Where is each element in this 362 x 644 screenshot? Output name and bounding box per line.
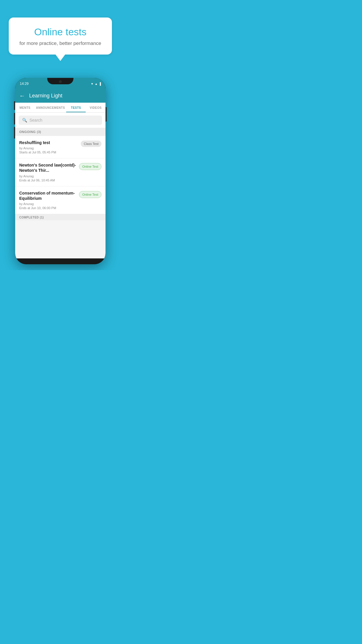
phone-device: 14:29 ▼ ▲ ▐ ← Learning Light MENTS xyxy=(15,78,106,264)
ongoing-section-header: ONGOING (3) xyxy=(15,128,106,136)
tab-ments[interactable]: MENTS xyxy=(15,103,35,112)
back-button[interactable]: ← xyxy=(19,92,25,99)
search-bar[interactable]: 🔍 Search xyxy=(19,116,102,125)
completed-section-header: COMPLETED (1) xyxy=(15,214,106,220)
bubble-subtitle: for more practice, better performance xyxy=(17,41,103,46)
status-icons: ▼ ▲ ▐ xyxy=(91,82,101,85)
test-item[interactable]: Reshuffling test by Anurag Starts at Jul… xyxy=(15,136,106,158)
test-time-1: Starts at Jul 05, 05:45 PM xyxy=(19,150,78,154)
notch xyxy=(47,78,73,84)
tab-tests[interactable]: TESTS xyxy=(66,103,86,112)
speech-bubble: Online tests for more practice, better p… xyxy=(9,18,112,55)
test-badge-1: Class Test xyxy=(81,141,101,147)
app-header-title: Learning Light xyxy=(29,93,62,99)
test-badge-3: Online Test xyxy=(79,191,101,198)
phone-outer: 14:29 ▼ ▲ ▐ ← Learning Light MENTS xyxy=(15,78,106,264)
status-time: 14:29 xyxy=(20,82,29,86)
battery-icon: ▐ xyxy=(99,82,101,85)
test-title-3: Conservation of momentum-Equilibrium xyxy=(19,190,76,201)
test-info-1: Reshuffling test by Anurag Starts at Jul… xyxy=(19,140,78,154)
tab-videos[interactable]: VIDEOS xyxy=(86,103,106,112)
test-item-2[interactable]: Newton's Second law(contd)-Newton's Thir… xyxy=(15,158,106,186)
test-by-3: by Anurag xyxy=(19,202,76,206)
test-time-2: Ends at Jul 06, 10:45 AM xyxy=(19,178,76,182)
promo-section: Online tests for more practice, better p… xyxy=(0,0,121,66)
test-title-1: Reshuffling test xyxy=(19,140,78,145)
search-wrapper: 🔍 Search xyxy=(15,113,106,128)
test-time-3: Ends at Jun 10, 06:00 PM xyxy=(19,206,76,210)
test-badge-2: Online Test xyxy=(79,163,101,170)
signal-icon: ▲ xyxy=(95,82,98,85)
phone-wrapper: 14:29 ▼ ▲ ▐ ← Learning Light MENTS xyxy=(0,78,121,270)
test-by-2: by Anurag xyxy=(19,174,76,178)
test-info-2: Newton's Second law(contd)-Newton's Thir… xyxy=(19,162,76,182)
status-bar: 14:29 ▼ ▲ ▐ xyxy=(15,78,106,90)
wifi-icon: ▼ xyxy=(91,82,94,85)
phone-content: 🔍 Search ONGOING (3) Reshuffling test by… xyxy=(15,113,106,258)
tabs-bar: MENTS ANNOUNCEMENTS TESTS VIDEOS xyxy=(15,103,106,113)
camera xyxy=(59,80,62,83)
search-icon: 🔍 xyxy=(22,118,27,123)
phone-bottom xyxy=(15,258,106,264)
app-header: ← Learning Light xyxy=(15,90,106,103)
search-input[interactable]: Search xyxy=(29,118,42,123)
test-by-1: by Anurag xyxy=(19,146,78,150)
bubble-title: Online tests xyxy=(17,26,103,38)
test-info-3: Conservation of momentum-Equilibrium by … xyxy=(19,190,76,210)
test-item-3[interactable]: Conservation of momentum-Equilibrium by … xyxy=(15,186,106,214)
test-title-2: Newton's Second law(contd)-Newton's Thir… xyxy=(19,162,76,173)
power-button xyxy=(106,107,107,122)
tab-announcements[interactable]: ANNOUNCEMENTS xyxy=(35,103,66,112)
